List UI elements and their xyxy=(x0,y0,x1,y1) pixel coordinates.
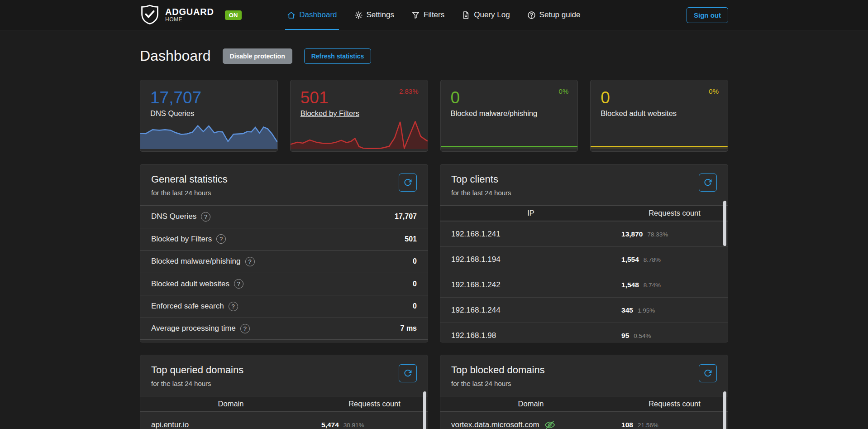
blocked-adult-label: Blocked adult websites xyxy=(601,109,677,118)
stat-row-blocked-malware: Blocked malware/phishing? 0 xyxy=(140,250,428,273)
top-blocked-header: Domain Requests count xyxy=(440,396,728,412)
gear-icon xyxy=(354,11,363,19)
blocked-adult-sparkline xyxy=(591,121,728,149)
page-title: Dashboard xyxy=(140,48,211,64)
request-count: 95 xyxy=(621,332,629,340)
request-percent: 8.74% xyxy=(644,282,661,289)
help-icon[interactable]: ? xyxy=(229,302,238,311)
help-icon[interactable]: ? xyxy=(240,324,250,333)
blocked-adult-percent: 0% xyxy=(709,87,719,95)
client-ip: 192.168.1.244 xyxy=(440,306,621,315)
request-percent: 78.33% xyxy=(647,231,668,238)
dns-queries-value: 17,707 xyxy=(150,88,267,107)
top-queried-domains-panel: Top queried domains for the last 24 hour… xyxy=(140,355,428,429)
brand-sub: HOME xyxy=(165,17,214,23)
column-domain: Domain xyxy=(440,400,621,408)
request-percent: 8.78% xyxy=(644,256,661,263)
stat-row-blocked-adult: Blocked adult websites? 0 xyxy=(140,273,428,295)
nav-item-setup-guide[interactable]: Setup guide xyxy=(527,0,581,30)
refresh-statistics-button[interactable]: Refresh statistics xyxy=(304,48,372,64)
client-row: 192.168.1.194 1,5548.78% xyxy=(440,246,728,272)
nav-item-label: Filters xyxy=(424,10,444,19)
refresh-general-statistics-button[interactable] xyxy=(399,174,417,192)
stat-label: DNS Queries xyxy=(151,212,196,221)
top-clients-subtitle: for the last 24 hours xyxy=(451,189,717,197)
blocked-filters-card: 2.83% 501 Blocked by Filters xyxy=(290,80,428,152)
dns-queries-sparkline xyxy=(140,121,277,149)
general-statistics-subtitle: for the last 24 hours xyxy=(151,189,417,197)
client-ip: 192.168.1.98 xyxy=(440,331,621,340)
refresh-top-queried-button[interactable] xyxy=(399,364,417,382)
client-ip: 192.168.1.241 xyxy=(440,230,621,239)
nav-item-label: Dashboard xyxy=(299,10,337,19)
nav-item-filters[interactable]: Filters xyxy=(411,0,444,30)
top-blocked-domains-panel: Top blocked domains for the last 24 hour… xyxy=(440,355,728,429)
stat-value: 7 ms xyxy=(401,324,417,333)
refresh-icon xyxy=(704,369,712,377)
eye-off-icon[interactable] xyxy=(544,419,556,429)
scrollbar-thumb[interactable] xyxy=(723,391,726,429)
dns-queries-card: 17,707 DNS Queries xyxy=(140,80,278,152)
shield-logo-icon xyxy=(140,4,160,26)
request-count: 1,548 xyxy=(621,281,639,289)
request-count: 13,870 xyxy=(621,230,643,238)
client-ip: 192.168.1.242 xyxy=(440,280,621,289)
domain-row: api.entur.io 5,47430.91% xyxy=(140,412,428,429)
column-requests-count: Requests count xyxy=(621,400,728,408)
client-row: 192.168.1.241 13,87078.33% xyxy=(440,221,728,246)
blocked-filters-percent: 2.83% xyxy=(399,87,419,95)
funnel-icon xyxy=(411,11,420,19)
stat-value: 501 xyxy=(405,235,417,243)
top-queried-title: Top queried domains xyxy=(151,364,417,376)
top-blocked-subtitle: for the last 24 hours xyxy=(451,380,717,387)
domain-row: vortex.data.microsoft.com 10821.56% xyxy=(440,412,728,429)
top-clients-title: Top clients xyxy=(451,174,717,185)
help-icon[interactable]: ? xyxy=(245,257,255,266)
client-row: 192.168.1.244 3451.95% xyxy=(440,297,728,323)
top-queried-subtitle: for the last 24 hours xyxy=(151,380,417,387)
nav-item-label: Setup guide xyxy=(539,10,581,19)
help-icon[interactable]: ? xyxy=(216,234,226,244)
disable-protection-button[interactable]: Disable protection xyxy=(223,48,292,64)
nav-item-settings[interactable]: Settings xyxy=(354,0,394,30)
stat-value: 17,707 xyxy=(395,212,417,221)
stat-label: Blocked malware/phishing xyxy=(151,257,241,266)
general-statistics-panel: General statistics for the last 24 hours… xyxy=(140,164,428,342)
top-blocked-title: Top blocked domains xyxy=(451,364,717,376)
refresh-top-clients-button[interactable] xyxy=(699,174,717,192)
nav-item-query-log[interactable]: Query Log xyxy=(462,0,510,30)
blocked-filters-link[interactable]: Blocked by Filters xyxy=(300,109,359,118)
stat-row-avg-processing-time: Average processing time? 7 ms xyxy=(140,318,428,340)
client-row: 192.168.1.98 950.54% xyxy=(440,323,728,342)
domain-name: vortex.data.microsoft.com xyxy=(451,420,539,429)
blocked-malware-card: 0% 0 Blocked malware/phishing xyxy=(440,80,578,152)
refresh-top-blocked-button[interactable] xyxy=(699,364,717,382)
request-percent: 30.91% xyxy=(343,422,364,429)
nav-item-label: Query Log xyxy=(474,10,510,19)
scrollbar-thumb[interactable] xyxy=(723,201,726,246)
top-clients-panel: Top clients for the last 24 hours IP Req… xyxy=(440,164,728,342)
home-icon xyxy=(287,11,296,19)
request-count: 1,554 xyxy=(621,255,639,264)
request-count: 108 xyxy=(621,421,633,429)
adguard-logo: ADGUARD HOME ON xyxy=(140,4,242,26)
scrollbar-thumb[interactable] xyxy=(423,391,426,429)
column-requests-count: Requests count xyxy=(321,400,428,408)
nav-menu: Dashboard Settings Filters Query Log Set… xyxy=(287,0,580,30)
refresh-icon xyxy=(704,178,712,187)
column-requests-count: Requests count xyxy=(621,209,728,217)
help-icon[interactable]: ? xyxy=(201,212,210,222)
stat-row-safe-search: Enforced safe search? 0 xyxy=(140,295,428,318)
top-navbar: ADGUARD HOME ON Dashboard Settings Filte… xyxy=(0,0,868,30)
column-ip: IP xyxy=(440,209,621,217)
help-icon[interactable]: ? xyxy=(234,279,243,289)
general-statistics-title: General statistics xyxy=(151,174,417,185)
stat-row-dns-queries: DNS Queries? 17,707 xyxy=(140,205,428,228)
dashboard-page: Dashboard Disable protection Refresh sta… xyxy=(140,30,728,429)
sign-out-button[interactable]: Sign out xyxy=(687,7,728,23)
nav-item-label: Settings xyxy=(367,10,394,19)
stat-value: 0 xyxy=(413,280,417,288)
blocked-malware-value: 0 xyxy=(451,88,568,107)
nav-item-dashboard[interactable]: Dashboard xyxy=(287,0,337,30)
document-icon xyxy=(462,11,470,19)
